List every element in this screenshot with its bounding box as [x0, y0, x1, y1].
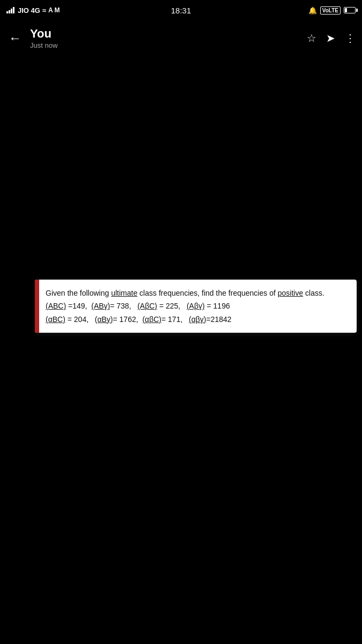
red-accent-bar — [35, 280, 39, 333]
header-subtitle: Just now — [30, 41, 307, 49]
header-actions: ☆ ➤ ⋮ — [307, 32, 356, 45]
share-icon[interactable]: ➤ — [326, 32, 335, 45]
volte-badge: VoLTE — [320, 6, 341, 14]
status-right: 🔔 VoLTE — [308, 6, 356, 14]
status-left: JIO 4G ≈ A M — [6, 6, 60, 14]
sim-icons: A M — [48, 6, 60, 14]
back-button[interactable]: ← — [6, 28, 24, 48]
header-title: You — [30, 27, 307, 41]
alarm-icon: 🔔 — [308, 6, 317, 14]
status-time: 18:31 — [171, 6, 191, 15]
wifi-icon: ≈ — [42, 6, 46, 14]
message-line3: (αBC) = 204, (αBy)= 1762, (αβC)= 171, (α… — [46, 313, 348, 325]
message-line2: (ABC) =149, (ABγ)= 738, (AβC) = 225, (Aβ… — [46, 300, 348, 312]
battery-icon — [344, 7, 356, 13]
signal-bars-icon — [6, 7, 14, 13]
message-line1: Given the following ultimate class frequ… — [46, 287, 348, 299]
app-header: ← You Just now ☆ ➤ ⋮ — [0, 19, 362, 57]
star-icon[interactable]: ☆ — [307, 32, 316, 45]
message-text: Given the following ultimate class frequ… — [43, 287, 348, 325]
header-info: You Just now — [30, 27, 307, 49]
carrier-label: JIO 4G — [18, 6, 40, 14]
chat-area: Given the following ultimate class frequ… — [0, 57, 362, 644]
more-options-icon[interactable]: ⋮ — [345, 32, 356, 45]
status-bar: JIO 4G ≈ A M 18:31 🔔 VoLTE — [0, 0, 362, 19]
message-card: Given the following ultimate class frequ… — [35, 280, 357, 333]
